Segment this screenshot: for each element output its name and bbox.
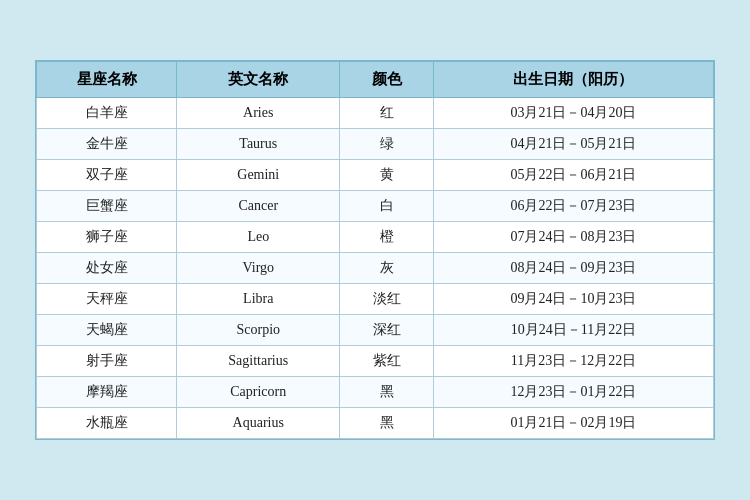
header-english-name: 英文名称	[177, 62, 340, 98]
table-row: 天秤座Libra淡红09月24日－10月23日	[37, 284, 714, 315]
cell-color: 黑	[340, 408, 433, 439]
cell-color: 黑	[340, 377, 433, 408]
cell-english-name: Cancer	[177, 191, 340, 222]
table-header-row: 星座名称 英文名称 颜色 出生日期（阳历）	[37, 62, 714, 98]
cell-english-name: Virgo	[177, 253, 340, 284]
cell-english-name: Scorpio	[177, 315, 340, 346]
cell-color: 紫红	[340, 346, 433, 377]
table-row: 处女座Virgo灰08月24日－09月23日	[37, 253, 714, 284]
cell-chinese-name: 巨蟹座	[37, 191, 177, 222]
cell-color: 白	[340, 191, 433, 222]
header-color: 颜色	[340, 62, 433, 98]
cell-dates: 06月22日－07月23日	[433, 191, 713, 222]
cell-english-name: Aries	[177, 98, 340, 129]
cell-chinese-name: 金牛座	[37, 129, 177, 160]
table-row: 天蝎座Scorpio深红10月24日－11月22日	[37, 315, 714, 346]
cell-color: 黄	[340, 160, 433, 191]
cell-color: 绿	[340, 129, 433, 160]
cell-color: 灰	[340, 253, 433, 284]
cell-color: 淡红	[340, 284, 433, 315]
cell-dates: 01月21日－02月19日	[433, 408, 713, 439]
cell-dates: 07月24日－08月23日	[433, 222, 713, 253]
cell-chinese-name: 处女座	[37, 253, 177, 284]
cell-chinese-name: 双子座	[37, 160, 177, 191]
cell-color: 红	[340, 98, 433, 129]
zodiac-table: 星座名称 英文名称 颜色 出生日期（阳历） 白羊座Aries红03月21日－04…	[36, 61, 714, 439]
cell-chinese-name: 射手座	[37, 346, 177, 377]
cell-english-name: Gemini	[177, 160, 340, 191]
cell-dates: 11月23日－12月22日	[433, 346, 713, 377]
table-row: 射手座Sagittarius紫红11月23日－12月22日	[37, 346, 714, 377]
cell-chinese-name: 天蝎座	[37, 315, 177, 346]
cell-color: 深红	[340, 315, 433, 346]
table-row: 水瓶座Aquarius黑01月21日－02月19日	[37, 408, 714, 439]
cell-color: 橙	[340, 222, 433, 253]
cell-english-name: Aquarius	[177, 408, 340, 439]
header-chinese-name: 星座名称	[37, 62, 177, 98]
table-row: 金牛座Taurus绿04月21日－05月21日	[37, 129, 714, 160]
cell-dates: 08月24日－09月23日	[433, 253, 713, 284]
table-row: 摩羯座Capricorn黑12月23日－01月22日	[37, 377, 714, 408]
cell-chinese-name: 水瓶座	[37, 408, 177, 439]
cell-english-name: Leo	[177, 222, 340, 253]
cell-english-name: Libra	[177, 284, 340, 315]
cell-english-name: Taurus	[177, 129, 340, 160]
cell-dates: 04月21日－05月21日	[433, 129, 713, 160]
cell-english-name: Sagittarius	[177, 346, 340, 377]
header-birth-date: 出生日期（阳历）	[433, 62, 713, 98]
cell-chinese-name: 白羊座	[37, 98, 177, 129]
cell-chinese-name: 狮子座	[37, 222, 177, 253]
table-row: 巨蟹座Cancer白06月22日－07月23日	[37, 191, 714, 222]
table-row: 双子座Gemini黄05月22日－06月21日	[37, 160, 714, 191]
table-row: 狮子座Leo橙07月24日－08月23日	[37, 222, 714, 253]
cell-dates: 09月24日－10月23日	[433, 284, 713, 315]
cell-dates: 12月23日－01月22日	[433, 377, 713, 408]
cell-chinese-name: 天秤座	[37, 284, 177, 315]
table-row: 白羊座Aries红03月21日－04月20日	[37, 98, 714, 129]
cell-dates: 05月22日－06月21日	[433, 160, 713, 191]
cell-english-name: Capricorn	[177, 377, 340, 408]
cell-dates: 10月24日－11月22日	[433, 315, 713, 346]
cell-dates: 03月21日－04月20日	[433, 98, 713, 129]
cell-chinese-name: 摩羯座	[37, 377, 177, 408]
zodiac-table-container: 星座名称 英文名称 颜色 出生日期（阳历） 白羊座Aries红03月21日－04…	[35, 60, 715, 440]
